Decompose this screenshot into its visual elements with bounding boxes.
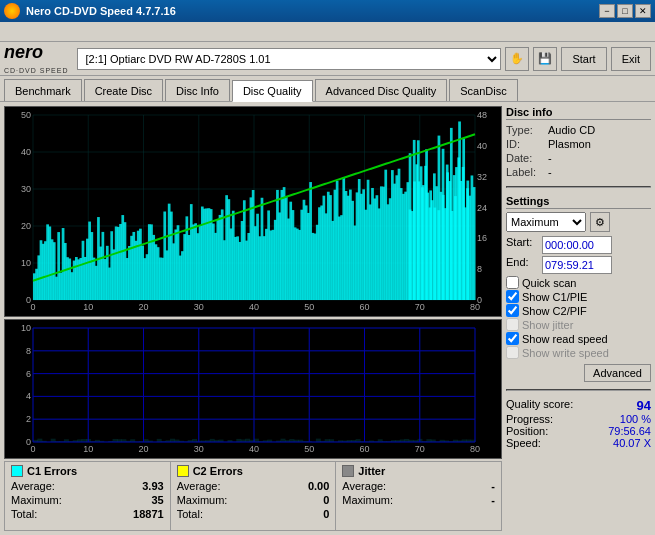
- type-val: Audio CD: [548, 124, 595, 136]
- progress-label: Progress:: [506, 413, 553, 425]
- start-button[interactable]: Start: [561, 47, 606, 71]
- c1-title: C1 Errors: [27, 465, 77, 477]
- save-icon[interactable]: 💾: [533, 47, 557, 71]
- top-chart: [4, 106, 502, 317]
- tab-create-disc[interactable]: Create Disc: [84, 79, 163, 101]
- app-icon: [4, 3, 20, 19]
- nero-logo: nero CD·DVD SPEED: [4, 42, 69, 75]
- title-area: Nero CD-DVD Speed 4.7.7.16: [4, 3, 176, 19]
- c1-average-val: 3.93: [142, 480, 163, 492]
- show-c1pie-label: Show C1/PIE: [522, 291, 587, 303]
- c2-maximum-val: 0: [323, 494, 329, 506]
- c1-total-label: Total:: [11, 508, 37, 520]
- bottom-chart: [4, 319, 502, 459]
- end-input[interactable]: [542, 256, 612, 274]
- c2-average-val: 0.00: [308, 480, 329, 492]
- titlebar: Nero CD-DVD Speed 4.7.7.16 − □ ✕: [0, 0, 655, 22]
- end-label: End:: [506, 256, 538, 274]
- quick-scan-cb[interactable]: [506, 276, 519, 289]
- c2-title: C2 Errors: [193, 465, 243, 477]
- show-read-cb[interactable]: [506, 332, 519, 345]
- tab-advanced-disc-quality[interactable]: Advanced Disc Quality: [315, 79, 448, 101]
- date-key: Date:: [506, 152, 544, 164]
- jitter-average-label: Average:: [342, 480, 386, 492]
- menu-help[interactable]: [52, 30, 68, 34]
- right-panel: Disc info Type: Audio CD ID: Plasmon Dat…: [506, 106, 651, 531]
- show-c2pif-cb[interactable]: [506, 304, 519, 317]
- quality-score-val: 94: [637, 398, 651, 413]
- show-c1pie-cb[interactable]: [506, 290, 519, 303]
- position-val: 79:56.64: [608, 425, 651, 437]
- jitter-average-val: -: [491, 480, 495, 492]
- app-title: Nero CD-DVD Speed 4.7.7.16: [26, 5, 176, 17]
- tab-benchmark[interactable]: Benchmark: [4, 79, 82, 101]
- id-key: ID:: [506, 138, 544, 150]
- speed-label: Speed:: [506, 437, 541, 449]
- jitter-maximum-val: -: [491, 494, 495, 506]
- show-write-label: Show write speed: [522, 347, 609, 359]
- c1-maximum-val: 35: [151, 494, 163, 506]
- show-c2pif-label: Show C2/PIF: [522, 305, 587, 317]
- close-button[interactable]: ✕: [635, 4, 651, 18]
- progress-val: 100 %: [620, 413, 651, 425]
- advanced-button[interactable]: Advanced: [584, 364, 651, 382]
- show-jitter-cb[interactable]: [506, 318, 519, 331]
- jitter-color-box: [342, 465, 354, 477]
- eject-button[interactable]: Exit: [611, 47, 651, 71]
- tab-bar: Benchmark Create Disc Disc Info Disc Qua…: [0, 76, 655, 102]
- quality-score-label: Quality score:: [506, 398, 573, 413]
- start-input[interactable]: [542, 236, 612, 254]
- c2-total-label: Total:: [177, 508, 203, 520]
- show-jitter-label: Show jitter: [522, 319, 573, 331]
- hand-icon[interactable]: ✋: [505, 47, 529, 71]
- disc-info-title: Disc info: [506, 106, 651, 120]
- c1-maximum-label: Maximum:: [11, 494, 62, 506]
- c1-color-box: [11, 465, 23, 477]
- drive-select[interactable]: [2:1] Optiarc DVD RW AD-7280S 1.01: [77, 48, 502, 70]
- c2-total-val: 0: [323, 508, 329, 520]
- date-val: -: [548, 152, 552, 164]
- position-label: Position:: [506, 425, 548, 437]
- c2-average-label: Average:: [177, 480, 221, 492]
- window-controls: − □ ✕: [599, 4, 651, 18]
- menubar: [0, 22, 655, 42]
- id-val: Plasmon: [548, 138, 591, 150]
- c1-average-label: Average:: [11, 480, 55, 492]
- c2-errors-section: C2 Errors Average: 0.00 Maximum: 0 Total…: [171, 462, 337, 530]
- settings-title: Settings: [506, 195, 651, 209]
- toolbar: nero CD·DVD SPEED [2:1] Optiarc DVD RW A…: [0, 42, 655, 76]
- jitter-maximum-label: Maximum:: [342, 494, 393, 506]
- show-read-label: Show read speed: [522, 333, 608, 345]
- tab-scan-disc[interactable]: ScanDisc: [449, 79, 517, 101]
- main-content: C1 Errors Average: 3.93 Maximum: 35 Tota…: [0, 102, 655, 535]
- c2-maximum-label: Maximum:: [177, 494, 228, 506]
- error-bars: C1 Errors Average: 3.93 Maximum: 35 Tota…: [4, 461, 502, 531]
- menu-file[interactable]: [4, 30, 20, 34]
- jitter-title: Jitter: [358, 465, 385, 477]
- tab-disc-quality[interactable]: Disc Quality: [232, 80, 313, 102]
- c2-color-box: [177, 465, 189, 477]
- maximize-button[interactable]: □: [617, 4, 633, 18]
- start-label: Start:: [506, 236, 538, 254]
- show-write-cb[interactable]: [506, 346, 519, 359]
- minimize-button[interactable]: −: [599, 4, 615, 18]
- label-val: -: [548, 166, 552, 178]
- menu-run-test[interactable]: [20, 30, 36, 34]
- menu-extra[interactable]: [36, 30, 52, 34]
- speed-select[interactable]: Maximum: [506, 212, 586, 232]
- type-key: Type:: [506, 124, 544, 136]
- quick-scan-label: Quick scan: [522, 277, 576, 289]
- label-key: Label:: [506, 166, 544, 178]
- jitter-section: Jitter Average: - Maximum: -: [336, 462, 501, 530]
- quality-section: Quality score: 94 Progress: 100 % Positi…: [506, 398, 651, 449]
- settings-section: Settings Maximum ⚙ Start: End: Quick sca…: [506, 195, 651, 382]
- c1-total-val: 18871: [133, 508, 164, 520]
- settings-icon-btn[interactable]: ⚙: [590, 212, 610, 232]
- tab-disc-info[interactable]: Disc Info: [165, 79, 230, 101]
- disc-info-section: Disc info Type: Audio CD ID: Plasmon Dat…: [506, 106, 651, 179]
- speed-val: 40.07 X: [613, 437, 651, 449]
- c1-errors-section: C1 Errors Average: 3.93 Maximum: 35 Tota…: [5, 462, 171, 530]
